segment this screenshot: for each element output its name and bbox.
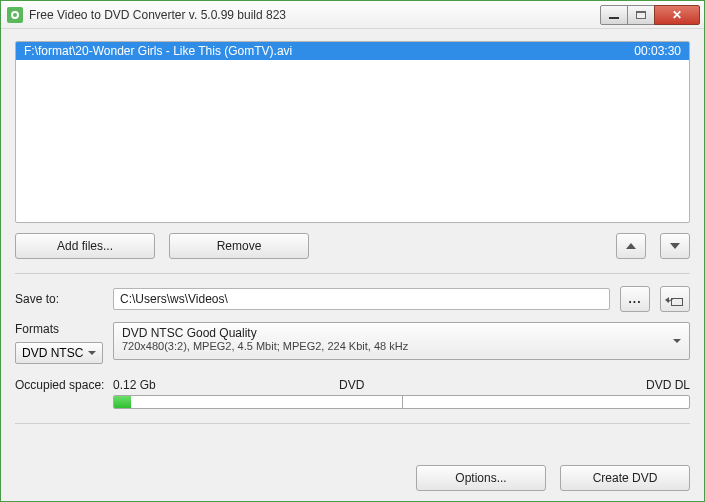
open-folder-icon bbox=[667, 294, 683, 304]
formats-label: Formats bbox=[15, 322, 103, 336]
open-folder-button[interactable] bbox=[660, 286, 690, 312]
dvd-dl-marker-label: DVD DL bbox=[630, 378, 690, 392]
chevron-down-icon bbox=[88, 351, 96, 355]
create-dvd-label: Create DVD bbox=[593, 471, 658, 485]
maximize-button[interactable] bbox=[627, 5, 655, 25]
maximize-icon bbox=[636, 11, 646, 19]
dvd-marker-label: DVD bbox=[163, 378, 630, 392]
file-list-item[interactable]: F:\format\20-Wonder Girls - Like This (G… bbox=[16, 42, 689, 60]
occupied-space-label: Occupied space: bbox=[15, 378, 113, 392]
create-dvd-button[interactable]: Create DVD bbox=[560, 465, 690, 491]
dvd-tick bbox=[402, 395, 403, 409]
add-files-button[interactable]: Add files... bbox=[15, 233, 155, 259]
window-controls: ✕ bbox=[601, 5, 700, 25]
divider bbox=[15, 273, 690, 274]
arrow-down-icon bbox=[670, 243, 680, 249]
ellipsis-icon: ... bbox=[628, 292, 641, 306]
window-title: Free Video to DVD Converter v. 5.0.99 bu… bbox=[29, 8, 286, 22]
file-duration: 00:03:30 bbox=[634, 44, 681, 58]
save-to-label: Save to: bbox=[15, 292, 103, 306]
format-detail-combo[interactable]: DVD NTSC Good Quality 720x480(3:2), MPEG… bbox=[113, 322, 690, 360]
move-up-button[interactable] bbox=[616, 233, 646, 259]
app-icon bbox=[7, 7, 23, 23]
move-down-button[interactable] bbox=[660, 233, 690, 259]
occupied-space-progress bbox=[113, 395, 690, 409]
format-detail-spec: 720x480(3:2), MPEG2, 4.5 Mbit; MPEG2, 22… bbox=[122, 340, 681, 352]
arrow-up-icon bbox=[626, 243, 636, 249]
options-label: Options... bbox=[455, 471, 506, 485]
progress-fill bbox=[114, 396, 131, 408]
app-window: Free Video to DVD Converter v. 5.0.99 bu… bbox=[0, 0, 705, 502]
formats-combo[interactable]: DVD NTSC bbox=[15, 342, 103, 364]
occupied-space-value: 0.12 Gb bbox=[113, 378, 163, 392]
options-button[interactable]: Options... bbox=[416, 465, 546, 491]
divider bbox=[15, 423, 690, 424]
close-icon: ✕ bbox=[672, 8, 682, 22]
chevron-down-icon bbox=[673, 339, 681, 343]
save-to-input[interactable] bbox=[113, 288, 610, 310]
browse-button[interactable]: ... bbox=[620, 286, 650, 312]
add-files-label: Add files... bbox=[57, 239, 113, 253]
close-button[interactable]: ✕ bbox=[654, 5, 700, 25]
format-detail-title: DVD NTSC Good Quality bbox=[122, 326, 681, 340]
titlebar[interactable]: Free Video to DVD Converter v. 5.0.99 bu… bbox=[1, 1, 704, 29]
file-list[interactable]: F:\format\20-Wonder Girls - Like This (G… bbox=[15, 41, 690, 223]
minimize-icon bbox=[609, 17, 619, 19]
formats-combo-value: DVD NTSC bbox=[22, 346, 83, 360]
remove-label: Remove bbox=[217, 239, 262, 253]
minimize-button[interactable] bbox=[600, 5, 628, 25]
remove-button[interactable]: Remove bbox=[169, 233, 309, 259]
file-path: F:\format\20-Wonder Girls - Like This (G… bbox=[24, 44, 634, 58]
client-area: F:\format\20-Wonder Girls - Like This (G… bbox=[1, 29, 704, 501]
